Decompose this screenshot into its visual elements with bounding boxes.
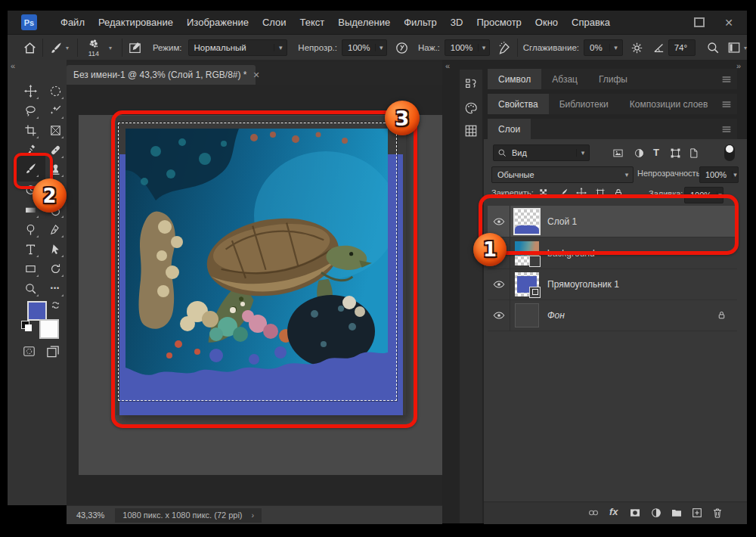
- move-tool[interactable]: [21, 82, 39, 100]
- panel-menu-icon[interactable]: [720, 119, 733, 139]
- menu-text[interactable]: Текст: [293, 17, 332, 28]
- rotate-view-tool[interactable]: [46, 259, 64, 278]
- menu-edit[interactable]: Редактирование: [91, 17, 180, 28]
- add-mask-icon[interactable]: [629, 507, 641, 519]
- eye-icon[interactable]: [488, 278, 510, 290]
- opacity-select[interactable]: 100%▾: [342, 39, 387, 56]
- flow-select[interactable]: 100%▾: [445, 39, 490, 56]
- document-tab-strip: Без имени-1 @ 43,3% (Слой 1, RGB/8#) * ✕: [67, 62, 442, 85]
- search-icon[interactable]: [706, 41, 720, 54]
- chevron-down-icon[interactable]: ▾: [609, 44, 622, 51]
- screen-mode-icon[interactable]: [45, 344, 60, 359]
- layer-thumbnail[interactable]: [515, 303, 539, 327]
- delete-layer-icon[interactable]: [711, 507, 723, 519]
- menu-layers[interactable]: Слои: [256, 17, 293, 28]
- pressure-opacity-icon[interactable]: [395, 41, 409, 55]
- toggle-brush-settings-icon[interactable]: [128, 41, 142, 55]
- collapse-tools-icon[interactable]: «: [11, 61, 15, 70]
- layer-row-rectangle[interactable]: Прямоугольник 1: [488, 268, 737, 300]
- menu-image[interactable]: Изображение: [180, 17, 256, 28]
- layer-name[interactable]: Прямоугольник 1: [547, 279, 619, 290]
- close-button[interactable]: ✕: [724, 17, 733, 28]
- status-chevron-icon[interactable]: ›: [252, 511, 255, 520]
- quick-mask-icon[interactable]: [21, 345, 37, 358]
- pen-tool[interactable]: [46, 220, 64, 238]
- eye-icon[interactable]: [488, 309, 510, 321]
- gear-icon[interactable]: [631, 42, 643, 54]
- new-group-icon[interactable]: [671, 507, 683, 519]
- chevron-down-icon[interactable]: ▾: [66, 45, 69, 51]
- filter-adjustment-layers-icon[interactable]: [634, 147, 645, 159]
- menu-view[interactable]: Просмотр: [469, 17, 528, 28]
- brush-preset-picker[interactable]: 114: [86, 38, 101, 57]
- chevron-down-icon[interactable]: ▾: [274, 44, 287, 51]
- document-size-field[interactable]: 1080 пикс. x 1080 пикс. (72 ppi) ›: [115, 508, 262, 523]
- maximize-button[interactable]: [694, 17, 705, 27]
- brush-tool-preset-icon[interactable]: [48, 41, 63, 55]
- menu-filter[interactable]: Фильтр: [397, 17, 444, 28]
- layer-style-fx-icon[interactable]: fx: [609, 506, 618, 517]
- collapse-dock-icon[interactable]: «: [445, 61, 450, 70]
- tab-glyphs[interactable]: Глифы: [588, 69, 638, 89]
- panel-menu-icon[interactable]: [720, 94, 733, 114]
- tab-character[interactable]: Символ: [488, 69, 541, 89]
- tab-paragraph[interactable]: Абзац: [541, 69, 588, 89]
- close-tab-icon[interactable]: ✕: [253, 70, 260, 80]
- brush-angle-field[interactable]: 74°: [668, 39, 696, 56]
- menu-select[interactable]: Выделение: [331, 17, 397, 28]
- filter-smart-object-icon[interactable]: [688, 147, 699, 159]
- color-panel-icon[interactable]: [463, 100, 479, 116]
- swap-colors-icon[interactable]: [50, 300, 61, 311]
- crop-tool[interactable]: [21, 121, 39, 139]
- workspace-panel-icon[interactable]: [727, 41, 741, 54]
- layer-thumbnail[interactable]: [515, 272, 539, 296]
- foreground-color-swatch[interactable]: [27, 301, 47, 321]
- menu-file[interactable]: Файл: [54, 17, 91, 28]
- chevron-down-icon[interactable]: ▾: [732, 171, 738, 178]
- magic-wand-tool[interactable]: [46, 101, 64, 120]
- menu-3d[interactable]: 3D: [444, 17, 470, 28]
- history-panel-icon[interactable]: [463, 76, 479, 92]
- chevron-down-icon[interactable]: ▾: [375, 44, 386, 51]
- panel-menu-icon[interactable]: [720, 69, 733, 89]
- chevron-down-icon[interactable]: ▾: [621, 171, 633, 178]
- tab-layers[interactable]: Слои: [488, 119, 531, 139]
- frame-tool[interactable]: [46, 121, 64, 139]
- layers-opacity-select[interactable]: 100% ▾: [699, 166, 737, 182]
- filter-type-layers-icon[interactable]: T: [653, 147, 659, 158]
- layer-filter-select[interactable]: Вид ▾: [493, 144, 588, 160]
- new-layer-icon[interactable]: [691, 507, 703, 519]
- chevron-down-icon[interactable]: ▾: [478, 44, 489, 51]
- zoom-tool[interactable]: [21, 279, 39, 297]
- airbrush-icon[interactable]: [497, 41, 512, 55]
- layers-blend-mode-select[interactable]: Обычные ▾: [491, 166, 632, 182]
- home-icon[interactable]: [23, 41, 37, 55]
- marquee-tool[interactable]: [46, 82, 64, 100]
- tab-libraries[interactable]: Библиотеки: [549, 94, 619, 114]
- blend-mode-select[interactable]: Нормальный▾: [188, 39, 288, 56]
- zoom-level[interactable]: 43,33%: [76, 511, 104, 520]
- link-layers-icon[interactable]: [587, 507, 600, 519]
- adjustment-layer-icon[interactable]: [650, 507, 662, 519]
- more-tools-button[interactable]: •••: [46, 279, 64, 297]
- grid-panel-icon[interactable]: [463, 123, 479, 139]
- tab-layer-comps[interactable]: Композиции слоев: [619, 94, 719, 114]
- path-select-tool[interactable]: [46, 240, 64, 258]
- menu-window[interactable]: Окно: [528, 17, 565, 28]
- document-tab[interactable]: Без имени-1 @ 43,3% (Слой 1, RGB/8#) * ✕: [67, 65, 256, 85]
- lasso-tool[interactable]: [21, 101, 39, 120]
- type-tool[interactable]: [21, 240, 39, 258]
- filter-image-layers-icon[interactable]: [612, 147, 624, 159]
- menu-help[interactable]: Справка: [565, 17, 617, 28]
- layer-row-fon[interactable]: Фон: [488, 300, 737, 331]
- smoothing-select[interactable]: 0%▾: [584, 39, 623, 56]
- chevron-down-icon[interactable]: ▾: [109, 45, 112, 51]
- dodge-tool[interactable]: [21, 220, 39, 238]
- chevron-down-icon[interactable]: ▾: [576, 149, 589, 157]
- chevron-down-icon[interactable]: ▾: [744, 45, 747, 51]
- layer-name[interactable]: Фон: [547, 310, 565, 321]
- background-color-swatch[interactable]: [39, 319, 59, 339]
- shape-tool[interactable]: [21, 259, 39, 278]
- filter-shape-layers-icon[interactable]: [670, 147, 681, 159]
- tab-properties[interactable]: Свойства: [488, 94, 549, 114]
